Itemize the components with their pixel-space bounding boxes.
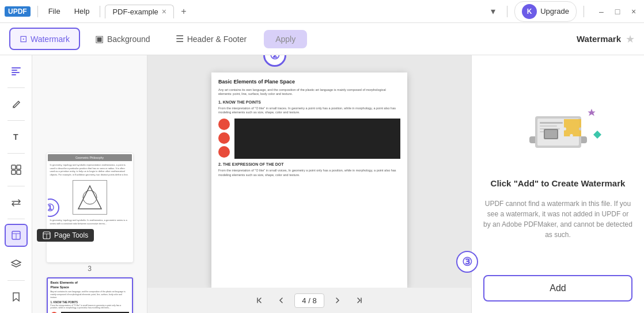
sidebar-icon-layers[interactable] (5, 253, 28, 276)
user-avatar: K (522, 4, 537, 19)
page-section-2: 2. THE EXPRESSION OF THE DOT (218, 162, 400, 167)
right-panel: ③ (471, 55, 644, 313)
thumbnail-img-4: Basic Elements of Plane Space Any art co… (47, 277, 133, 313)
viewer-inner: Basic Elements of Plane Space Any art co… (147, 55, 471, 288)
header-footer-label: Header & Footer (187, 35, 247, 44)
sidebar-divider-4 (7, 186, 25, 186)
tab-pdf-example[interactable]: PDF-example × (105, 5, 174, 18)
thumb-3-figure (73, 180, 107, 215)
current-page: 4 (302, 296, 306, 305)
svg-rect-7 (12, 170, 16, 174)
window-controls: – □ × (596, 6, 639, 17)
tab-dropdown-button[interactable]: ▾ (486, 5, 500, 18)
favorite-icon[interactable]: ★ (626, 33, 635, 45)
background-label: Background (107, 35, 150, 44)
thumb-3-text2: In geometry, topology and symbolic. In m… (48, 216, 132, 227)
maximize-button[interactable]: □ (612, 6, 623, 17)
svg-rect-23 (540, 125, 557, 127)
toolbar: ⊡ Watermark ▣ Background ☰ Header & Foot… (0, 23, 644, 55)
thumbnail-page-4[interactable]: Basic Elements of Plane Space Any art co… (41, 277, 139, 313)
watermark-illustration (512, 93, 604, 168)
divider-1 (37, 6, 38, 17)
close-button[interactable]: × (628, 6, 639, 17)
divider-2 (100, 6, 100, 17)
toolbar-right: Watermark ★ (577, 33, 635, 45)
thumb-3-text: In geometry, topology and symbolic repre… (48, 161, 132, 178)
sidebar-icon-edit[interactable]: T (5, 125, 28, 148)
sidebar-divider-bottom (7, 280, 25, 281)
panel-description: UPDF cannot find a watermark in this fil… (483, 199, 632, 240)
watermark-button[interactable]: ⊡ Watermark (9, 28, 80, 50)
background-button[interactable]: ▣ Background (85, 28, 161, 50)
total-pages: 8 (312, 296, 316, 305)
svg-rect-3 (12, 74, 16, 75)
viewer-nav: 4 / 8 (147, 288, 471, 313)
sidebar-icon-bookmark[interactable] (5, 285, 28, 308)
nav-next-button[interactable] (329, 292, 346, 309)
header-footer-button[interactable]: ☰ Header & Footer (165, 28, 257, 50)
thumb-3-num: 3 (88, 265, 92, 273)
background-icon: ▣ (95, 33, 104, 44)
sidebar-icon-convert[interactable] (5, 191, 28, 214)
tab-close-icon[interactable]: × (162, 7, 166, 16)
tab-area: PDF-example × + (105, 4, 484, 19)
page-main-title: Basic Elements of Plane Space (218, 78, 400, 86)
titlebar-right: ▾ K Upgrade – □ × (486, 1, 639, 22)
add-quote: Add (518, 178, 535, 188)
sidebar-icon-organize[interactable] (5, 158, 28, 181)
upgrade-button[interactable]: K Upgrade (514, 1, 577, 22)
watermark-icon: ⊡ (20, 33, 27, 44)
nav-prev-button[interactable] (272, 292, 290, 309)
add-watermark-button[interactable]: Add (483, 275, 632, 301)
svg-point-16 (83, 190, 97, 204)
tab-label: PDF-example (112, 7, 158, 16)
sidebar-divider-1 (7, 87, 25, 88)
page-text-2: From the interpretation of "O like" in s… (218, 106, 400, 115)
svg-marker-26 (588, 109, 595, 116)
badge-1: ① (47, 199, 59, 217)
divider-4 (584, 6, 584, 17)
page-content: Basic Elements of Plane Space Any art co… (211, 72, 407, 185)
page-text-1: Any art contains its own language, and t… (218, 88, 400, 97)
menu-help[interactable]: Help (69, 5, 96, 18)
divider-3 (507, 6, 507, 17)
page-section-1: 1. KNOW THE POINTS (218, 100, 400, 105)
page-tools-tooltip-label: Page Tools (54, 231, 88, 239)
svg-rect-1 (12, 70, 17, 71)
badge-3: ③ (456, 251, 478, 273)
svg-rect-8 (17, 170, 21, 174)
svg-rect-28 (545, 130, 557, 138)
viewer-page: Basic Elements of Plane Space Any art co… (211, 72, 407, 288)
sidebar-divider-3 (7, 153, 25, 154)
thumbnail-img-3: ① Geometric Philosophy In geometry, topo… (47, 153, 133, 262)
svg-rect-0 (12, 67, 21, 68)
sidebar-icon-read[interactable] (5, 60, 28, 83)
menu-file[interactable]: File (43, 5, 66, 18)
app-logo: UPDF (5, 6, 31, 17)
minimize-button[interactable]: – (596, 6, 607, 17)
svg-rect-2 (12, 72, 20, 73)
panel-add-title: Click "Add" to Create Watermark (491, 177, 626, 189)
main-area: T Page Tools (0, 55, 644, 313)
svg-marker-15 (78, 186, 101, 209)
svg-rect-22 (540, 122, 563, 124)
sidebar-icon-annotation[interactable] (5, 93, 28, 116)
tab-add-button[interactable]: + (176, 4, 191, 19)
panel-title: Watermark (577, 34, 621, 44)
nav-last-button[interactable] (351, 292, 368, 309)
thumbnail-panel: Page Tools ① Geometric Philosophy In geo… (32, 55, 147, 313)
thumb-3-header: Geometric Philosophy (48, 154, 132, 161)
nav-first-button[interactable] (251, 292, 268, 309)
page-text-3: From the interpretation of "O like" in s… (218, 169, 400, 177)
titlebar: UPDF File Help PDF-example × + ▾ K Upgra… (0, 0, 644, 23)
page-tools-tooltip: Page Tools (37, 229, 94, 242)
thumb-4-content: Basic Elements of Plane Space Any art co… (48, 278, 132, 313)
thumbnail-page-3[interactable]: ① Geometric Philosophy In geometry, topo… (41, 153, 139, 273)
sidebar: T (0, 55, 32, 313)
apply-button[interactable]: Apply (264, 30, 307, 48)
sidebar-divider-2 (7, 120, 25, 121)
viewer: ② Basic Elements of Plane Space Any art … (147, 55, 471, 313)
page-indicator[interactable]: 4 / 8 (294, 293, 324, 308)
sidebar-icon-page-tools[interactable] (5, 224, 28, 247)
watermark-label: Watermark (31, 35, 70, 44)
